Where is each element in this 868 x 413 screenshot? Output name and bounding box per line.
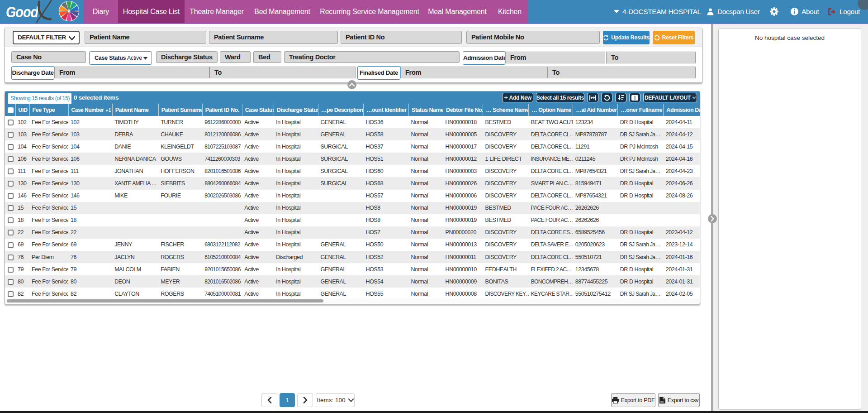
svg-text:csv: csv bbox=[660, 400, 664, 403]
